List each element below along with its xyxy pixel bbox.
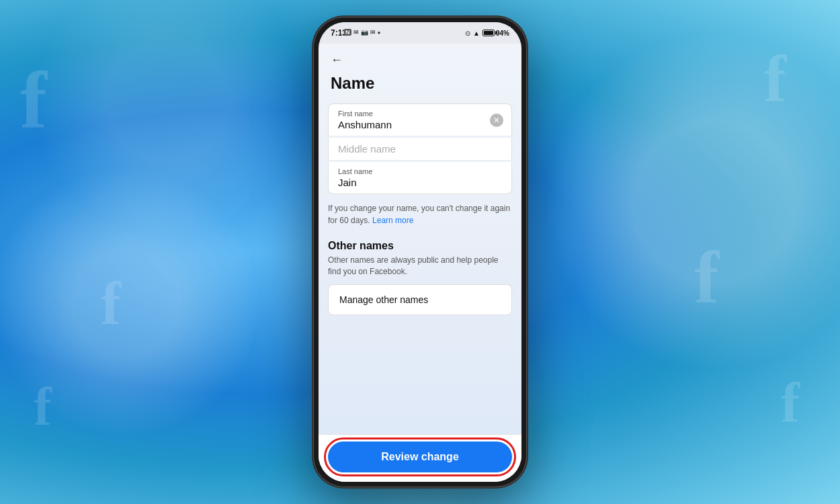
name-change-notice: If you change your name, you can't chang… (319, 196, 521, 233)
first-name-label: First name (338, 110, 502, 118)
status-bar: 7:13 N ✉ 📷 ✉ ● ⊙ ▲ 94% (319, 22, 521, 44)
first-name-value[interactable]: Anshumann (338, 119, 502, 130)
phone-screen: 7:13 N ✉ 📷 ✉ ● ⊙ ▲ 94% (319, 22, 521, 482)
other-names-section: Other names Other names are always publi… (319, 233, 521, 321)
manage-other-names-button[interactable]: Manage other names (328, 284, 512, 315)
learn-more-link[interactable]: Learn more (372, 216, 413, 225)
other-names-description: Other names are always public and help p… (328, 255, 512, 278)
review-change-button[interactable]: Review change (328, 442, 512, 472)
middle-name-field[interactable]: Middle name (328, 138, 512, 161)
status-right-icons: ⊙ ▲ 94% (465, 30, 509, 37)
clear-first-name-button[interactable]: ✕ (490, 114, 503, 127)
notification-icon: N (344, 29, 351, 36)
bottom-action-area: Review change (319, 434, 521, 482)
last-name-field[interactable]: Last name Jain (328, 162, 512, 194)
last-name-label: Last name (338, 167, 502, 175)
status-left-icons: N ✉ 📷 ✉ ● (344, 29, 380, 36)
back-arrow-icon[interactable]: ← (331, 53, 343, 67)
dot-icon: ● (378, 30, 381, 36)
wifi-icon: ▲ (473, 30, 480, 37)
back-button-area[interactable]: ← (319, 44, 521, 71)
notice-text: If you change your name, you can't chang… (328, 204, 510, 225)
app-content: ← Name First name Anshumann ✕ Middle nam… (319, 44, 521, 482)
phone-frame: 7:13 N ✉ 📷 ✉ ● ⊙ ▲ 94% (313, 17, 527, 487)
battery-indicator: 94% (482, 30, 509, 37)
first-name-field[interactable]: First name Anshumann ✕ (328, 103, 512, 136)
name-form: First name Anshumann ✕ Middle name Last … (328, 103, 512, 194)
battery-percent: 94% (496, 30, 509, 37)
last-name-value[interactable]: Jain (338, 177, 502, 188)
mail-icon: ✉ (353, 29, 359, 36)
accessibility-icon: ⊙ (465, 30, 470, 37)
camera-icon: 📷 (361, 29, 368, 36)
scroll-area[interactable]: ← Name First name Anshumann ✕ Middle nam… (319, 44, 521, 434)
page-title: Name (319, 71, 521, 103)
middle-name-placeholder[interactable]: Middle name (338, 143, 502, 155)
other-names-title: Other names (328, 240, 512, 252)
message-icon: ✉ (370, 29, 376, 36)
